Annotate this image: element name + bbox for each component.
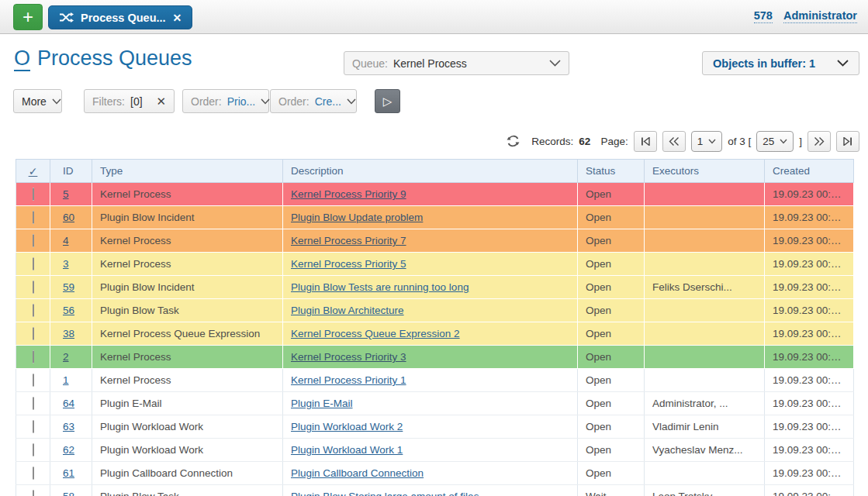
order-value: Prio...	[227, 95, 256, 108]
first-page-button[interactable]	[634, 131, 657, 152]
table-row: 4 Kernel Process Kernel Process Priority…	[16, 229, 854, 253]
object-type-link[interactable]: O	[14, 46, 30, 71]
process-table-body: 5 Kernel Process Kernel Process Priority…	[16, 183, 854, 496]
row-id-link[interactable]: 38	[63, 328, 74, 339]
table-row: 3 Kernel Process Kernel Process Priority…	[16, 253, 854, 276]
row-checkbox[interactable]	[33, 397, 34, 410]
row-checkbox[interactable]	[33, 443, 34, 456]
row-checkbox[interactable]	[33, 490, 34, 496]
row-checkbox[interactable]	[33, 188, 34, 201]
row-checkbox[interactable]	[33, 350, 34, 363]
order-priority-select[interactable]: Order: Prio...	[182, 89, 269, 113]
page-title: OProcess Queues	[14, 46, 192, 71]
row-id-link[interactable]: 4	[63, 235, 69, 246]
row-id-link[interactable]: 64	[63, 398, 74, 409]
row-checkbox[interactable]	[33, 327, 34, 340]
row-checkbox[interactable]	[33, 234, 34, 247]
row-checkbox[interactable]	[33, 211, 34, 224]
prev-page-button[interactable]	[662, 131, 686, 152]
select-all-link[interactable]: ✓	[29, 165, 38, 177]
row-description-link[interactable]: Kernel Process Queue Expression 2	[291, 328, 460, 339]
row-description-link[interactable]: Plugin Workload Work 1	[291, 444, 403, 456]
row-status: Open	[586, 467, 611, 479]
column-header-created[interactable]: Created	[765, 160, 854, 183]
table-row: 56 Plugin Blow Task Plugin Blow Architec…	[16, 299, 854, 322]
row-executors: Leon Trotsky	[652, 491, 712, 496]
table-row: 2 Kernel Process Kernel Process Priority…	[16, 346, 854, 369]
column-header-executors[interactable]: Executors	[645, 160, 765, 183]
row-checkbox[interactable]	[33, 281, 34, 294]
add-tab-button[interactable]: +	[13, 4, 43, 30]
row-description-link[interactable]: Plugin Blow Tests are running too long	[291, 281, 469, 293]
page-number-select[interactable]: 1	[691, 131, 723, 152]
column-header-status[interactable]: Status	[578, 160, 645, 183]
order-label: Order:	[191, 95, 222, 108]
double-chevron-right-icon	[814, 137, 825, 146]
row-created: 19.09.23 00:14:22	[773, 212, 854, 223]
refresh-icon[interactable]	[507, 135, 520, 147]
more-menu-button[interactable]: More	[13, 89, 62, 113]
column-header-type[interactable]: Type	[92, 160, 283, 183]
row-id-link[interactable]: 61	[63, 467, 74, 479]
filters-box[interactable]: Filters: [0] ✕	[84, 89, 175, 113]
next-page-button[interactable]	[807, 131, 831, 152]
row-checkbox[interactable]	[33, 420, 34, 433]
row-description-link[interactable]: Plugin Blow Update problem	[291, 212, 423, 223]
row-id-link[interactable]: 58	[63, 491, 74, 496]
row-description-link[interactable]: Kernel Process Priority 9	[291, 188, 406, 200]
row-checkbox[interactable]	[33, 467, 34, 480]
row-status: Open	[586, 444, 611, 456]
row-description-link[interactable]: Kernel Process Priority 3	[291, 351, 406, 363]
row-id-link[interactable]: 56	[63, 305, 74, 316]
order-created-select[interactable]: Order: Cre...	[270, 89, 357, 113]
row-description-link[interactable]: Plugin Blow Storing large amount of file…	[291, 491, 479, 496]
row-type: Kernel Process	[100, 258, 171, 270]
row-status: Wait	[586, 491, 607, 496]
run-search-button[interactable]: ▷	[375, 89, 400, 113]
queue-select[interactable]: Queue: Kernel Process	[344, 51, 569, 75]
bracket-close-text: ]	[799, 136, 802, 147]
table-row: 62 Plugin Workload Work Plugin Workload …	[16, 439, 854, 462]
row-id-link[interactable]: 3	[63, 258, 69, 270]
row-id-link[interactable]: 5	[63, 188, 69, 200]
row-description-link[interactable]: Kernel Process Priority 1	[291, 374, 406, 386]
row-description-link[interactable]: Kernel Process Priority 5	[291, 258, 406, 270]
row-description-link[interactable]: Plugin Blow Architecture	[291, 305, 404, 316]
row-id-link[interactable]: 60	[63, 212, 74, 223]
play-icon: ▷	[383, 95, 393, 108]
row-status: Open	[586, 421, 611, 432]
page-size-select[interactable]: 25	[756, 131, 794, 152]
skip-first-icon	[641, 137, 650, 146]
row-checkbox[interactable]	[33, 257, 34, 270]
queue-select-value: Kernel Process	[393, 57, 467, 70]
clear-filters-icon[interactable]: ✕	[156, 95, 166, 108]
row-id-link[interactable]: 1	[63, 374, 69, 386]
chevron-down-icon	[261, 98, 270, 105]
row-created: 19.09.23 00:14:13	[773, 188, 854, 200]
notification-count-link[interactable]: 578	[754, 9, 773, 23]
pagination-bar: Records: 62 Page: 1 of 3 [ 25 ]	[465, 129, 859, 153]
row-id-link[interactable]: 59	[63, 281, 74, 293]
row-checkbox[interactable]	[33, 374, 34, 387]
tab-process-queues[interactable]: Process Queu... ✕	[48, 5, 192, 29]
row-id-link[interactable]: 63	[63, 421, 74, 432]
column-header-description[interactable]: Description	[283, 160, 578, 183]
row-description-link[interactable]: Plugin E-Mail	[291, 398, 353, 409]
tab-close-icon[interactable]: ✕	[173, 12, 182, 24]
row-id-link[interactable]: 62	[63, 444, 74, 456]
objects-in-buffer-button[interactable]: Objects in buffer: 1	[702, 51, 859, 75]
skip-last-icon	[843, 137, 852, 146]
row-checkbox[interactable]	[33, 304, 34, 317]
column-header-id[interactable]: ID	[50, 160, 92, 183]
table-row: 5 Kernel Process Kernel Process Priority…	[16, 183, 854, 206]
row-status: Open	[586, 235, 611, 246]
last-page-button[interactable]	[836, 131, 859, 152]
row-type: Plugin Callboard Connection	[100, 467, 233, 479]
records-count: 62	[579, 136, 590, 147]
row-description-link[interactable]: Plugin Callboard Connection	[291, 467, 424, 479]
row-id-link[interactable]: 2	[63, 351, 69, 363]
row-description-link[interactable]: Plugin Workload Work 2	[291, 421, 403, 432]
row-status: Open	[586, 188, 611, 200]
row-description-link[interactable]: Kernel Process Priority 7	[291, 235, 406, 246]
current-user-link[interactable]: Administrator	[783, 9, 857, 23]
